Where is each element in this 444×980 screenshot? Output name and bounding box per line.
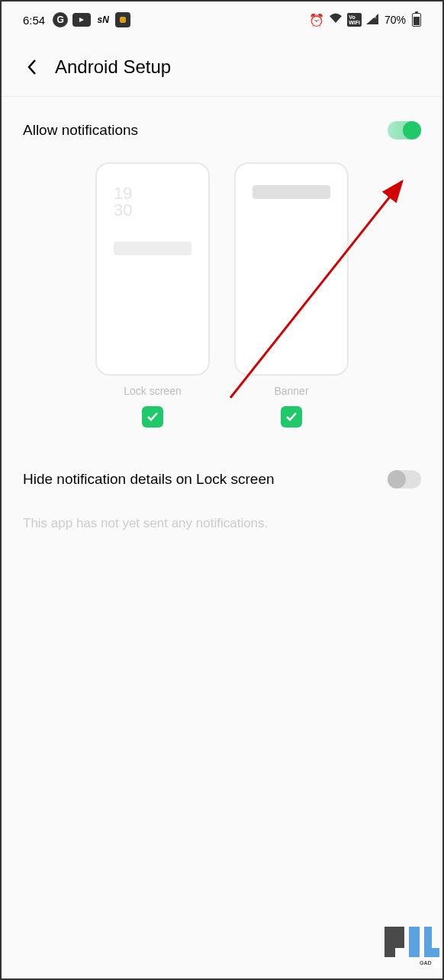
toggle-knob [403,121,421,139]
youtube-icon [72,13,91,27]
preview-banner: Banner [234,162,349,428]
allow-notifications-row: Allow notifications [2,97,442,155]
hide-details-toggle[interactable] [388,470,421,488]
hide-details-label: Hide notification details on Lock screen [23,471,275,488]
checkbox-lockscreen[interactable] [142,406,163,428]
app-icon-gold [115,12,130,27]
preview-label-lockscreen: Lock screen [124,385,181,397]
status-left: 6:54 G sN [23,12,130,27]
svg-text:GAD: GAD [420,960,432,966]
toggle-knob [388,470,406,488]
clock: 6:54 [23,14,45,27]
svg-marker-1 [366,14,378,24]
check-icon [285,410,298,424]
phone-inner [243,171,339,367]
preview-lockscreen: 19 30 Lock screen [95,162,210,428]
allow-notifications-label: Allow notifications [23,122,138,139]
page-title: Android Setup [55,56,171,78]
allow-notifications-toggle[interactable] [388,121,421,139]
lock-time: 19 30 [114,185,191,219]
info-text: This app has not yet sent any notificati… [2,488,442,559]
alarm-icon: ⏰ [309,13,324,27]
notification-previews: 19 30 Lock screen Banner [2,155,442,443]
svg-marker-0 [79,18,84,22]
checkbox-banner[interactable] [281,406,302,428]
google-app-icon: G [53,12,68,27]
battery-icon [412,13,421,27]
battery-percentage: 70% [384,14,406,26]
signal-icon: x [366,14,378,27]
notif-placeholder-bar [114,242,191,255]
banner-placeholder-bar [253,185,330,199]
status-bar: 6:54 G sN ⏰ VoWiFi x 70% [2,2,442,34]
wifi-icon [329,13,343,27]
preview-label-banner: Banner [274,385,308,397]
app-icon-sn: sN [95,12,111,27]
phone-inner: 19 30 [105,171,201,367]
header: Android Setup [2,34,442,97]
check-icon [146,410,159,424]
status-right: ⏰ VoWiFi x 70% [309,13,421,27]
phone-mock-lockscreen[interactable]: 19 30 [95,162,210,376]
back-button[interactable] [23,58,41,76]
volte-icon: VoWiFi [347,13,362,27]
svg-text:x: x [374,14,377,19]
phone-mock-banner[interactable] [234,162,349,376]
hide-details-row: Hide notification details on Lock screen [2,443,442,488]
watermark-logo: GAD [381,919,442,968]
